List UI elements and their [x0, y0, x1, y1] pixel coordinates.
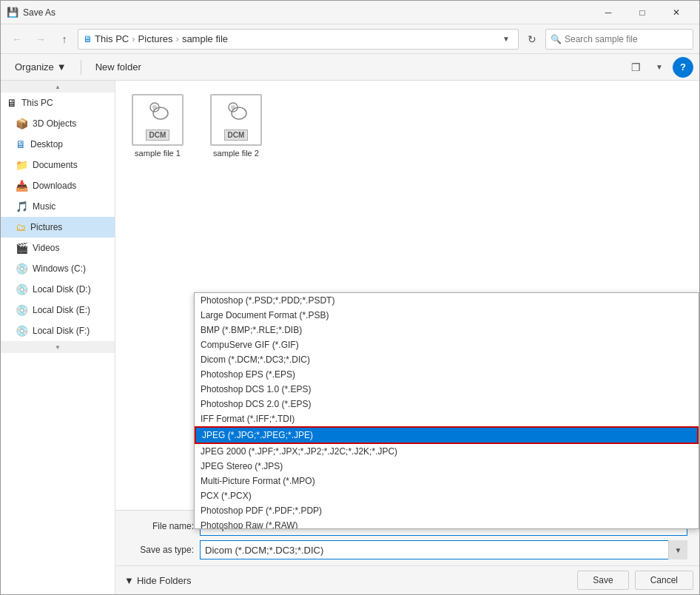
- dropdown-item-photoshop-raw[interactable]: Photoshop Raw (*.RAW): [195, 518, 699, 529]
- dropdown-item-bmp[interactable]: BMP (*.BMP;*.RLE;*.DIB): [195, 323, 699, 337]
- hide-folders-label: Hide Folders: [137, 575, 192, 586]
- address-bar: 🖥 This PC › Pictures › sample file ▼: [78, 29, 519, 50]
- sidebar-item-3d-objects[interactable]: 📦 3D Objects: [1, 113, 115, 134]
- search-box: 🔍: [545, 29, 693, 50]
- bottom-section: Photoshop (*.PSD;*.PDD;*.PSDT) Large Doc…: [115, 510, 699, 594]
- dropdown-item-jpeg[interactable]: JPEG (*.JPG;*.JPEG;*.JPE): [195, 426, 699, 444]
- sidebar-scroll-down[interactable]: ▼: [1, 341, 115, 353]
- sidebar-item-local-disk-f[interactable]: 💿 Local Disk (F:): [1, 320, 115, 341]
- save-button[interactable]: Save: [577, 571, 628, 590]
- minimize-button[interactable]: ─: [591, 1, 625, 24]
- close-button[interactable]: ✕: [659, 1, 693, 24]
- organize-dropdown-icon: ▼: [57, 61, 67, 73]
- hide-folders-button[interactable]: ▼ Hide Folders: [121, 574, 195, 588]
- savetype-row: Save as type: Dicom (*.DCM;*.DC3;*.DIC) …: [127, 540, 687, 559]
- organize-button[interactable]: Organize ▼: [7, 58, 75, 77]
- sidebar-item-pictures[interactable]: 🗂 Pictures: [1, 217, 115, 238]
- maximize-button[interactable]: □: [625, 1, 659, 24]
- file-item-sample-file-1[interactable]: DCM sample file 1: [124, 90, 191, 162]
- sidebar-item-videos[interactable]: 🎬 Videos: [1, 238, 115, 258]
- documents-icon: 📁: [16, 159, 28, 171]
- dropdown-item-photoshop-dcs2[interactable]: Photoshop DCS 2.0 (*.EPS): [195, 397, 699, 411]
- music-label: Music: [33, 201, 55, 212]
- content-wrapper: DCM sample file 1 DCM: [115, 81, 699, 594]
- save-type-dropdown[interactable]: Photoshop (*.PSD;*.PDD;*.PSDT) Large Doc…: [194, 292, 699, 529]
- dropdown-item-photoshop-pdf[interactable]: Photoshop PDF (*.PDF;*.PDP): [195, 503, 699, 518]
- savetype-select-wrapper: Dicom (*.DCM;*.DC3;*.DIC) ▼: [200, 540, 687, 559]
- savetype-display[interactable]: Dicom (*.DCM;*.DC3;*.DIC): [200, 540, 687, 559]
- dropdown-item-jpeg2000[interactable]: JPEG 2000 (*.JPF;*.JPX;*.JP2;*.J2C;*.J2K…: [195, 444, 699, 459]
- path-part-3[interactable]: sample file: [182, 33, 228, 44]
- path-part-1[interactable]: This PC: [95, 33, 129, 44]
- nav-bar: ← → ↑ 🖥 This PC › Pictures › sample file…: [1, 24, 699, 54]
- dropdown-item-large-doc[interactable]: Large Document Format (*.PSB): [195, 308, 699, 323]
- path-part-2[interactable]: Pictures: [138, 33, 173, 44]
- main-content: ▲ 🖥 This PC 📦 3D Objects 🖥 Desktop 📁 Doc…: [1, 81, 699, 594]
- sidebar-item-desktop[interactable]: 🖥 Desktop: [1, 134, 115, 155]
- videos-icon: 🎬: [16, 242, 28, 254]
- dropdown-item-pcx[interactable]: PCX (*.PCX): [195, 488, 699, 503]
- search-input[interactable]: [565, 34, 688, 44]
- forward-button[interactable]: →: [30, 29, 51, 50]
- cancel-button[interactable]: Cancel: [635, 571, 693, 590]
- view-dropdown-button[interactable]: ▼: [649, 57, 670, 78]
- new-folder-button[interactable]: New folder: [87, 58, 149, 77]
- back-button[interactable]: ←: [7, 29, 27, 50]
- desktop-icon: 🖥: [16, 138, 26, 150]
- local-disk-f-icon: 💿: [16, 325, 28, 337]
- downloads-label: Downloads: [33, 181, 76, 191]
- refresh-button[interactable]: ↻: [522, 29, 542, 50]
- sidebar-item-local-disk-e[interactable]: 💿 Local Disk (E:): [1, 300, 115, 320]
- windows-c-icon: 💿: [16, 263, 28, 275]
- sidebar-item-downloads[interactable]: 📥 Downloads: [1, 175, 115, 196]
- file-item-sample-file-2[interactable]: DCM sample file 2: [203, 90, 269, 162]
- path-sep-1: ›: [132, 33, 135, 44]
- this-pc-label: This PC: [21, 98, 53, 108]
- dcm-graphic-icon-1: [144, 100, 171, 127]
- new-folder-label: New folder: [95, 61, 141, 73]
- videos-label: Videos: [33, 243, 59, 253]
- view-toggle-button[interactable]: ❐: [625, 57, 646, 78]
- local-disk-d-icon: 💿: [16, 283, 28, 295]
- this-pc-icon: 🖥: [7, 97, 17, 109]
- save-as-dialog: 💾 Save As ─ □ ✕ ← → ↑ 🖥 This PC › Pictur…: [0, 0, 700, 595]
- sidebar-item-local-disk-d[interactable]: 💿 Local Disk (D:): [1, 279, 115, 300]
- dropdown-item-photoshop-eps[interactable]: Photoshop EPS (*.EPS): [195, 367, 699, 382]
- action-row: ▼ Hide Folders Save Cancel: [115, 565, 699, 594]
- savetype-label: Save as type:: [127, 545, 194, 555]
- sidebar-item-windows-c[interactable]: 💿 Windows (C:): [1, 258, 115, 279]
- dropdown-item-iff[interactable]: IFF Format (*.IFF;*.TDI): [195, 411, 699, 426]
- music-icon: 🎵: [16, 201, 28, 212]
- help-button[interactable]: ?: [673, 57, 693, 78]
- address-dropdown-button[interactable]: ▼: [499, 30, 514, 49]
- dropdown-item-dicom[interactable]: Dicom (*.DCM;*.DC3;*.DIC): [195, 352, 699, 367]
- sidebar-item-this-pc[interactable]: 🖥 This PC: [1, 93, 115, 113]
- dropdown-item-jpeg-stereo[interactable]: JPEG Stereo (*.JPS): [195, 459, 699, 474]
- organize-label: Organize: [15, 61, 54, 73]
- 3d-objects-icon: 📦: [16, 118, 28, 130]
- dcm-badge-2: DCM: [224, 130, 249, 141]
- hide-folders-icon: ▼: [124, 575, 134, 586]
- address-pc-icon: 🖥: [83, 34, 92, 44]
- path-sep-2: ›: [176, 33, 179, 44]
- sidebar-item-documents[interactable]: 📁 Documents: [1, 155, 115, 175]
- svg-point-2: [152, 105, 157, 110]
- dropdown-item-photoshop-dcs1[interactable]: Photoshop DCS 1.0 (*.EPS): [195, 382, 699, 397]
- dropdown-item-compuserve-gif[interactable]: CompuServe GIF (*.GIF): [195, 337, 699, 352]
- dropdown-item-photoshop-psd[interactable]: Photoshop (*.PSD;*.PDD;*.PSDT): [195, 293, 699, 308]
- title-bar-controls: ─ □ ✕: [591, 1, 693, 24]
- sidebar-item-music[interactable]: 🎵 Music: [1, 196, 115, 217]
- search-icon: 🔍: [551, 34, 562, 44]
- dcm-badge-1: DCM: [146, 130, 170, 141]
- file-icon-sample-file-2: DCM: [210, 94, 262, 146]
- svg-point-5: [231, 105, 235, 110]
- up-button[interactable]: ↑: [54, 29, 75, 50]
- local-disk-d-label: Local Disk (D:): [33, 284, 91, 295]
- toolbar-right: ❐ ▼ ?: [625, 57, 693, 78]
- local-disk-e-label: Local Disk (E:): [33, 305, 90, 315]
- dropdown-item-multi-picture[interactable]: Multi-Picture Format (*.MPO): [195, 474, 699, 488]
- sidebar-scroll-up[interactable]: ▲: [1, 81, 115, 93]
- downloads-icon: 📥: [16, 180, 28, 192]
- file-name-2: sample file 2: [213, 149, 259, 158]
- pictures-icon: 🗂: [16, 221, 26, 233]
